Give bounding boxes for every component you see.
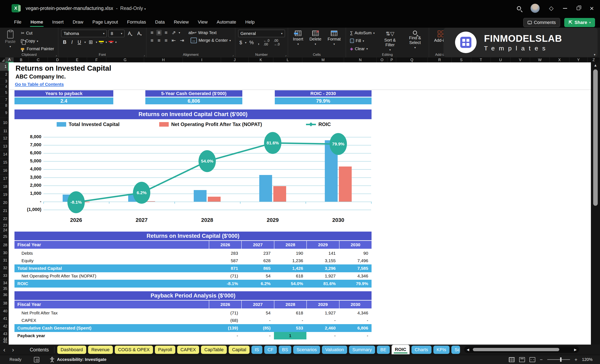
header-fiscal-year[interactable]: Fiscal Year (14, 241, 209, 249)
align-bottom-icon[interactable]: ≡ (163, 30, 169, 36)
column-header-e[interactable]: E (67, 57, 87, 62)
page-break-view-icon[interactable] (529, 357, 535, 362)
column-header-y[interactable]: Y (569, 57, 588, 62)
cell-total-invested-capital-2028[interactable]: 1,426 (274, 264, 306, 272)
sheet-tab-roic[interactable]: ROIC (392, 345, 410, 354)
sheet-tab-summary[interactable]: Summary (349, 346, 375, 354)
menu-tab-home[interactable]: Home (27, 18, 47, 27)
align-left-icon[interactable]: ≡ (149, 38, 155, 43)
column-header-j[interactable]: J (221, 57, 249, 62)
row-header-4[interactable]: 4 (0, 84, 9, 89)
percent-style-icon[interactable]: % (248, 40, 255, 46)
cell-total-invested-capital-2027[interactable]: 865 (241, 264, 274, 272)
italic-button[interactable]: I (70, 39, 74, 45)
cell-net-operating-profit-after-tax-nopat-2027[interactable]: 54 (241, 272, 274, 280)
sheet-tab-captable[interactable]: CapTable (201, 346, 227, 354)
cell-equity-2030[interactable]: 7,496 (339, 257, 372, 264)
cell-roic-2029[interactable]: 81.6% (306, 280, 339, 288)
select-all-corner[interactable] (0, 57, 5, 62)
cell-capex-2030[interactable]: - (339, 317, 372, 324)
search-icon[interactable] (517, 6, 521, 10)
normal-view-icon[interactable] (509, 357, 515, 362)
next-sheet-icon[interactable]: › (9, 347, 17, 353)
row-header-7[interactable]: 7 (0, 96, 9, 103)
column-header-n[interactable]: N (344, 57, 377, 62)
row-label[interactable]: Net Profit After Tax (14, 309, 209, 317)
row-header-32[interactable]: 32 (0, 264, 9, 272)
align-top-icon[interactable]: ≡ (149, 30, 155, 36)
cell-net-profit-after-tax-2029[interactable]: 1,927 (306, 309, 339, 317)
kpi-label-roic-2030[interactable]: ROIC - 2030 (275, 90, 372, 97)
sheet-tab-cogs-opex[interactable]: COGS & OPEX (115, 346, 153, 354)
column-header-s[interactable]: S (451, 57, 471, 62)
row-header-28[interactable]: 28 (0, 241, 9, 249)
cell-debts-2028[interactable]: 190 (274, 250, 306, 257)
decrease-indent-icon[interactable]: ⇤ (170, 38, 177, 43)
cell-equity-2028[interactable]: 1,236 (274, 257, 306, 264)
row-header-33[interactable]: 33 (0, 272, 9, 280)
accounting-format-icon[interactable]: $ (238, 40, 243, 46)
row-header-11[interactable]: 11 (0, 128, 9, 134)
row-header-40[interactable]: 40 (0, 308, 9, 315)
column-header-k[interactable]: K (249, 57, 273, 62)
premium-diamond-icon[interactable]: ◇ (549, 5, 554, 11)
header-year-2026[interactable]: 2026 (209, 241, 241, 249)
cell-equity-2029[interactable]: 3,155 (306, 257, 339, 264)
cell-total-invested-capital-2029[interactable]: 3,296 (306, 264, 339, 272)
cell-equity-2027[interactable]: 628 (241, 257, 274, 264)
sheet-tab-valuation[interactable]: Valuation (322, 346, 347, 354)
menu-tab-file[interactable]: File (10, 18, 25, 27)
header-year-2028[interactable]: 2028 (274, 241, 306, 249)
sheet-tab-is[interactable]: IS (251, 346, 262, 354)
cell-net-profit-after-tax-2030[interactable]: 4,346 (339, 309, 372, 317)
merge-center-button[interactable]: ↔Merge & Center▾ (189, 37, 232, 44)
cell-net-operating-profit-after-tax-nopat-2030[interactable]: 4,346 (339, 272, 372, 280)
column-header-x[interactable]: X (550, 57, 569, 62)
row-header-2[interactable]: 2 (0, 71, 9, 78)
row-header-17[interactable]: 17 (0, 174, 9, 183)
increase-decimal-icon[interactable]: ←.0.00 (262, 39, 271, 46)
menu-tab-draw[interactable]: Draw (69, 18, 87, 27)
sheet-tab-revenue[interactable]: Revenue (88, 346, 113, 354)
row-header-41[interactable]: 41 (0, 315, 9, 322)
cell-net-profit-after-tax-2028[interactable]: 618 (274, 309, 306, 317)
column-header-w[interactable]: W (530, 57, 550, 62)
cell-capex-2028[interactable]: - (274, 317, 306, 324)
clipboard-dialog-launcher-icon[interactable]: ⌟ (56, 53, 57, 57)
row-header-25[interactable]: 25 (0, 232, 9, 241)
row-header-35[interactable]: 35 (0, 287, 9, 291)
sheet-tab-capital[interactable]: Capital (229, 346, 249, 354)
alignment-dialog-launcher-icon[interactable]: ⌟ (232, 53, 234, 57)
row-label[interactable]: Net Operating Profit After Tax (NOPAT) (14, 272, 209, 280)
cell-payback-year-2028[interactable]: 1 (274, 332, 306, 339)
header-year-2027[interactable]: 2027 (241, 300, 274, 309)
column-header-i[interactable]: I (183, 57, 221, 62)
zoom-out-icon[interactable]: − (540, 357, 543, 363)
cell-roic-2027[interactable]: 6.2% (241, 280, 274, 288)
borders-icon[interactable]: ⊞ (87, 39, 94, 45)
cell-payback-year-2027[interactable]: - (241, 332, 274, 339)
row-header-10[interactable]: 10 (0, 118, 9, 128)
cell-payback-year-2026[interactable]: - (209, 332, 241, 339)
cell-roic-2030[interactable]: 79.9% (339, 280, 372, 288)
menu-tab-review[interactable]: Review (170, 18, 192, 27)
sheet-tab-cf[interactable]: CF (264, 346, 277, 354)
row-header-12[interactable]: 12 (0, 134, 9, 142)
cell-capex-2029[interactable]: - (306, 317, 339, 324)
row-header-38[interactable]: 38 (0, 299, 9, 308)
sheet-tab-sc[interactable]: Sc (451, 346, 460, 354)
cell-cumulative-cash-generated-spent-2027[interactable]: (85) (241, 324, 274, 332)
decrease-decimal-icon[interactable]: .00→.0 (272, 39, 281, 46)
row-header-18[interactable]: 18 (0, 183, 9, 191)
column-header-z[interactable]: Z (588, 57, 600, 62)
header-year-2029[interactable]: 2029 (306, 241, 339, 249)
minimize-button[interactable] (563, 8, 567, 9)
macro-record-icon[interactable] (34, 357, 39, 362)
kpi-label-years-to-payback[interactable]: Years to payback (14, 90, 113, 97)
row-header-43[interactable]: 43 (0, 330, 9, 338)
align-right-icon[interactable]: ≡ (163, 38, 169, 43)
column-header-u[interactable]: U (491, 57, 510, 62)
clear-button[interactable]: ◈Clear▾ (349, 46, 376, 52)
collapse-ribbon-icon[interactable]: ▾ (594, 53, 595, 57)
font-size-select[interactable]: 8▾ (108, 30, 124, 37)
